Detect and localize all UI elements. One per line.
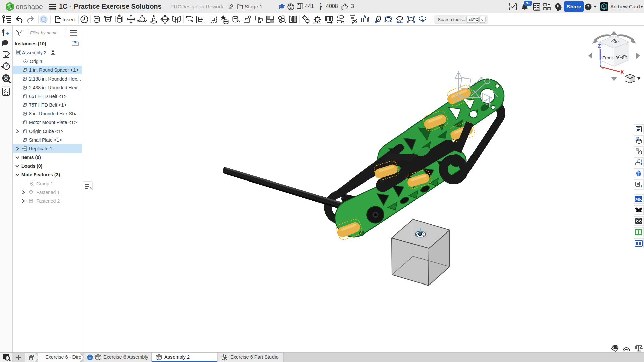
- svg-text:Z: Z: [598, 43, 601, 49]
- svg-text:MK: MK: [635, 197, 642, 202]
- svg-text:alt/⌥: alt/⌥: [468, 17, 478, 21]
- svg-text:X: X: [620, 69, 624, 75]
- svg-text:Search tools...: Search tools...: [438, 17, 466, 22]
- svg-text:Insert: Insert: [62, 17, 76, 22]
- svg-text:c: c: [481, 17, 483, 21]
- svg-text:x): x): [639, 184, 642, 188]
- svg-text:Front: Front: [602, 55, 613, 60]
- svg-text:?: ?: [587, 4, 589, 9]
